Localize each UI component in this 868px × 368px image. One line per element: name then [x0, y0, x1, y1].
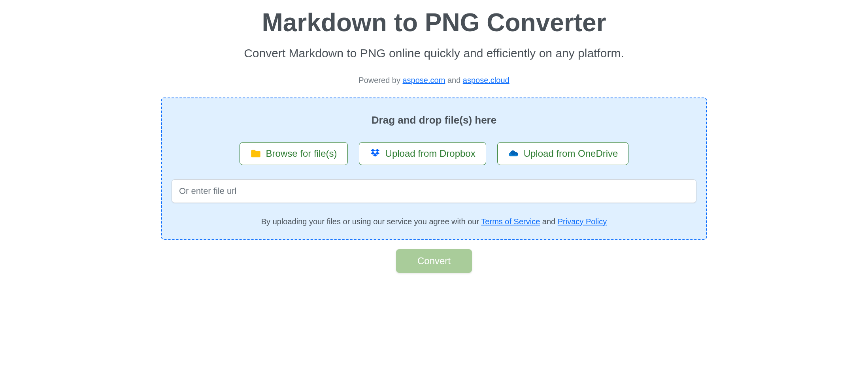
agreement-prefix: By uploading your files or using our ser…	[261, 217, 481, 226]
browse-files-label: Browse for file(s)	[266, 148, 337, 159]
upload-onedrive-label: Upload from OneDrive	[524, 148, 618, 159]
convert-button[interactable]: Convert	[396, 249, 472, 273]
terms-of-service-link[interactable]: Terms of Service	[481, 217, 540, 226]
upload-buttons-row: Browse for file(s) Upload from Dropbox	[172, 142, 696, 165]
upload-dropbox-label: Upload from Dropbox	[385, 148, 476, 159]
powered-and: and	[445, 76, 462, 84]
dropzone[interactable]: Drag and drop file(s) here Browse for fi…	[161, 98, 707, 240]
browse-files-button[interactable]: Browse for file(s)	[240, 142, 348, 165]
aspose-com-link[interactable]: aspose.com	[402, 76, 445, 84]
upload-onedrive-button[interactable]: Upload from OneDrive	[497, 142, 629, 165]
agreement-text: By uploading your files or using our ser…	[172, 217, 696, 226]
page-subtitle: Convert Markdown to PNG online quickly a…	[161, 47, 707, 60]
folder-icon	[250, 148, 261, 159]
main-container: Markdown to PNG Converter Convert Markdo…	[138, 8, 730, 273]
file-url-input[interactable]	[172, 179, 696, 203]
drag-drop-label: Drag and drop file(s) here	[172, 114, 696, 126]
agreement-and: and	[540, 217, 557, 226]
aspose-cloud-link[interactable]: aspose.cloud	[463, 76, 509, 84]
powered-prefix: Powered by	[359, 76, 402, 84]
page-title: Markdown to PNG Converter	[161, 8, 707, 37]
upload-dropbox-button[interactable]: Upload from Dropbox	[359, 142, 486, 165]
powered-by: Powered by aspose.com and aspose.cloud	[161, 76, 707, 85]
privacy-policy-link[interactable]: Privacy Policy	[558, 217, 607, 226]
onedrive-icon	[508, 148, 519, 159]
dropbox-icon	[370, 148, 381, 159]
